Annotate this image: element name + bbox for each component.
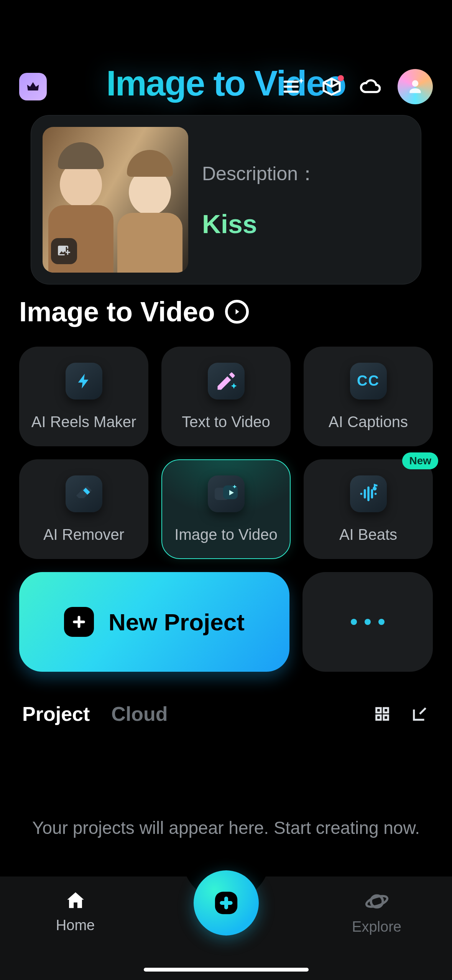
grid-view-button[interactable] [372,704,392,724]
edit-button[interactable] [410,704,430,724]
home-icon [64,890,87,912]
promo-text: Description： Kiss [202,161,409,239]
feature-label: AI Remover [43,526,124,543]
nav-home[interactable]: Home [1,890,150,934]
promo-description-label: Description： [202,161,409,187]
feature-ai-captions[interactable]: CC AI Captions [304,347,433,446]
planet-icon [365,890,389,913]
project-tabs: Project Cloud [22,702,168,725]
edit-square-icon [411,705,429,723]
more-options-button[interactable] [302,572,433,672]
grid-icon [373,705,391,723]
project-tabs-row: Project Cloud [0,672,452,725]
tab-project[interactable]: Project [22,702,90,725]
nav-home-label: Home [56,917,95,934]
header: Image to Video [0,0,452,115]
new-badge: New [402,452,438,469]
pencil-ai-icon [208,363,245,400]
promo-image [43,127,188,273]
cloud-button[interactable] [359,76,381,97]
nav-explore[interactable]: Explore [302,890,451,935]
tab-cloud[interactable]: Cloud [111,702,168,725]
header-right [283,69,433,104]
promo-addimage-button[interactable] [51,238,77,264]
menu-sparkle-icon [283,77,304,96]
home-indicator [144,968,309,972]
image-video-icon [208,475,245,512]
svg-point-4 [365,894,388,909]
feature-ai-remover[interactable]: AI Remover [19,459,148,559]
bolt-icon [66,363,102,400]
music-wave-icon [350,475,387,512]
eraser-icon [66,475,102,512]
crown-icon [25,79,41,94]
feature-label: AI Beats [339,526,397,543]
new-project-row: New Project [0,559,452,672]
profile-avatar[interactable] [398,69,433,104]
image-plus-icon [57,244,71,258]
plus-icon [64,607,94,637]
header-icons [19,69,433,104]
feature-label: Text to Video [182,413,270,431]
project-tabs-actions [372,704,430,724]
new-project-button[interactable]: New Project [19,572,289,672]
feature-label: Image to Video [174,526,277,543]
circle-arrow-icon [225,300,249,324]
cloud-icon [359,76,381,98]
feature-label: AI Reels Maker [31,413,136,431]
subtitle-text: Image to Video [19,296,215,327]
more-dots-icon [351,619,385,625]
menu-sparkle-button[interactable] [283,76,304,97]
notification-dot-icon [338,75,344,81]
premium-button[interactable] [19,73,47,100]
subtitle-link[interactable]: Image to Video [0,284,452,347]
create-fab[interactable] [194,870,259,936]
nav-explore-label: Explore [352,919,401,935]
feature-grid: AI Reels Maker Text to Video CC AI Capti… [0,347,452,559]
empty-state-text: Your projects will appear here. Start cr… [0,725,452,838]
promo-description-value: Kiss [202,209,409,239]
cc-icon: CC [350,363,387,400]
feature-label: AI Captions [329,413,408,431]
feature-image-to-video[interactable]: Image to Video [161,459,291,559]
package-button[interactable] [321,76,342,97]
feature-text-to-video[interactable]: Text to Video [161,347,291,446]
profile-icon [406,77,425,96]
promo-card[interactable]: Description： Kiss [31,115,421,284]
feature-ai-beats[interactable]: New AI Beats [304,459,433,559]
plus-rounded-icon [213,890,240,916]
new-project-label: New Project [108,608,245,636]
feature-ai-reels-maker[interactable]: AI Reels Maker [19,347,148,446]
bottom-nav: Home Explore [0,876,452,980]
